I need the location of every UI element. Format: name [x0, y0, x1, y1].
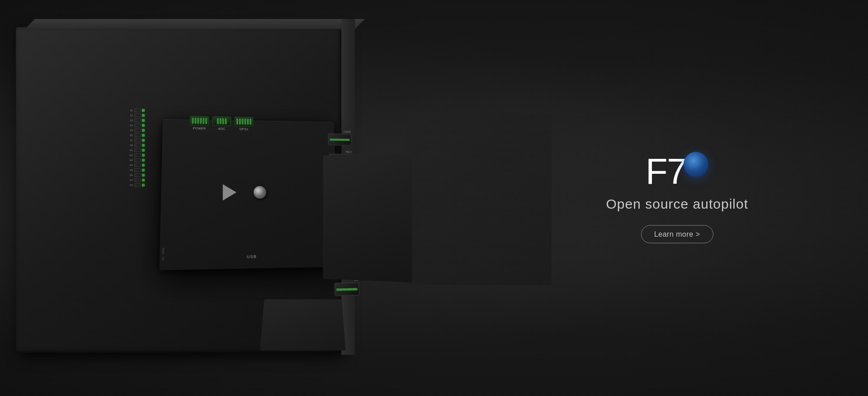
io-pin-green: [142, 159, 145, 162]
io-pin-connector: [134, 129, 141, 132]
io-pin-green: [142, 109, 145, 112]
io-pin-green: [142, 124, 145, 127]
io-pin-connector: [134, 119, 141, 122]
pin-h: [342, 288, 347, 290]
io-pin-connector: [134, 138, 141, 142]
io-pin-label: B8: [127, 144, 133, 147]
usb-label: USB: [247, 254, 257, 259]
pedestal-right: [323, 152, 412, 282]
pin: [192, 118, 193, 124]
adc-pins: [212, 116, 231, 126]
pin: [194, 118, 196, 124]
tel1-label: TEL1: [345, 151, 352, 153]
io-pin-green: [142, 174, 145, 177]
play-arrow-icon: [223, 184, 236, 200]
pin: [222, 118, 224, 124]
io-pin-connector: [134, 163, 141, 167]
pin: [244, 119, 246, 124]
pin-h: [336, 288, 342, 291]
io-pin-row: M5: [127, 168, 145, 172]
io-pin-label: M7: [127, 179, 133, 181]
io-pin-connector: [134, 173, 141, 177]
adc-label: ADC: [218, 127, 226, 130]
io-pin-label: M6: [127, 174, 133, 177]
pin-h: [344, 138, 349, 141]
io-pin-label: B2: [127, 114, 133, 117]
io-pin-connector: [134, 178, 141, 182]
pin: [247, 119, 249, 124]
io-pin-row: M2: [127, 153, 145, 157]
io-pin-green: [142, 139, 145, 142]
can2-label: CAN2: [344, 130, 351, 133]
io-pin-green: [142, 114, 145, 117]
io-pin-row: B5: [127, 129, 145, 132]
pin: [225, 118, 226, 124]
io-pin-green: [142, 119, 145, 122]
io-pins-left: B1 B2 B3 B4 B5: [127, 109, 145, 187]
io-pin-green: [142, 179, 145, 181]
io-pin-connector: [134, 114, 141, 117]
io-pin-row: B4: [127, 124, 145, 127]
io-pin-row: B2: [127, 114, 145, 117]
gps1-label: GPS1: [240, 128, 249, 131]
io-pin-green: [142, 144, 145, 147]
i2c-connector: [334, 282, 359, 296]
io-pin-label: M4: [127, 164, 133, 167]
io-pin-connector: [134, 143, 141, 147]
io-pin-label: B7: [127, 139, 133, 142]
can2-group: CAN2: [328, 130, 352, 146]
pin: [236, 119, 238, 124]
io-pin-row: B6: [127, 134, 145, 137]
io-pin-connector: [134, 109, 141, 112]
pin-h: [352, 288, 358, 290]
io-pin-connector: [134, 134, 141, 137]
power-connector: POWER: [190, 116, 209, 130]
power-label: POWER: [193, 127, 206, 130]
io-pin-label: B5: [127, 129, 133, 132]
io-pin-connector: [134, 148, 141, 152]
io-pin-row: M6: [127, 173, 145, 177]
pin: [217, 118, 219, 124]
pin: [239, 119, 241, 124]
center-platform: [260, 299, 346, 350]
pin: [203, 118, 204, 124]
io-pin-green: [142, 184, 145, 186]
io-pin-green: [142, 154, 145, 157]
pin: [250, 119, 251, 124]
io-pin-connector: [134, 124, 141, 127]
io-pin-green: [142, 129, 145, 132]
io-pin-label: B6: [127, 134, 133, 137]
io-pin-row: M1: [127, 148, 145, 152]
power-pins: [190, 116, 209, 126]
io-pin-connector: [134, 183, 141, 187]
io-pin-label: M8: [127, 184, 133, 186]
io-pin-connector: [134, 168, 141, 172]
product-info-panel: F7 Open source autopilot Learn more >: [606, 153, 748, 243]
io-pin-label: B1: [127, 109, 133, 112]
io-pin-green: [142, 169, 145, 172]
io-pin-label: M3: [127, 159, 133, 162]
io-pin-row: B8: [127, 143, 145, 147]
io-pin-green: [142, 164, 145, 167]
pin: [200, 118, 202, 124]
io-pin-row: B3: [127, 119, 145, 122]
pin-h: [340, 138, 344, 141]
io-pin-row: B7: [127, 138, 145, 142]
product-subtitle: Open source autopilot: [606, 196, 748, 211]
board-sphere: [253, 186, 266, 199]
autopilot-board: POWER ADC: [160, 119, 340, 270]
pin: [242, 119, 244, 124]
pin-h: [347, 288, 352, 290]
pin-h: [335, 138, 340, 141]
gps1-pins: [235, 117, 253, 126]
board-edge-text: PIX · HAWK: [161, 248, 165, 261]
io-pin-label: M1: [127, 149, 133, 152]
learn-more-button[interactable]: Learn more >: [641, 225, 713, 243]
io-pin-label: M5: [127, 169, 133, 172]
product-name: F7: [646, 153, 686, 189]
adc-connector: ADC: [212, 116, 231, 130]
io-pin-row: M8: [127, 183, 145, 187]
pin: [220, 118, 222, 124]
io-pin-row: M4: [127, 163, 145, 167]
product-title-area: F7: [606, 153, 748, 189]
